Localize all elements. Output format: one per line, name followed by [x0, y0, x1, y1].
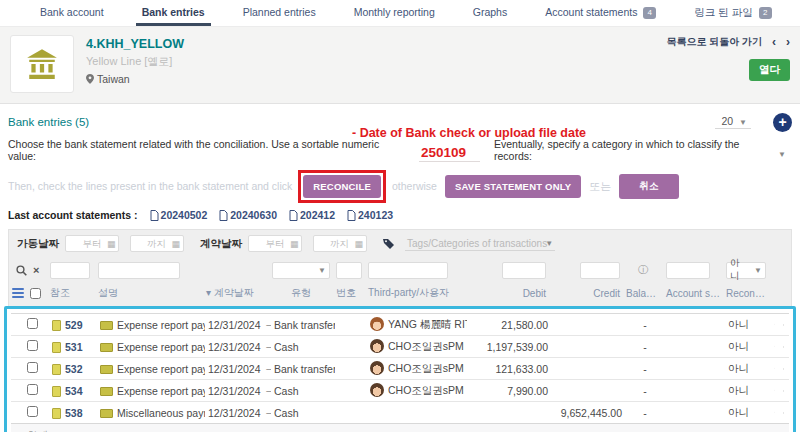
col-header-type[interactable]: 유형 [269, 282, 333, 306]
page-size-select[interactable]: 20▼ [715, 115, 751, 129]
row-checkbox[interactable] [27, 318, 38, 329]
linked-files-count-badge: 2 [759, 7, 772, 19]
col-header-description[interactable]: 설명 [95, 282, 203, 306]
row-checkbox[interactable] [27, 384, 38, 395]
statement-link[interactable]: 202412 [289, 209, 335, 221]
statement-link[interactable]: 20240630 [219, 209, 277, 221]
entry-credit: 9,652,445.00 [551, 402, 625, 424]
select-all-checkbox[interactable] [30, 288, 41, 299]
entry-ref-link[interactable]: 538 [65, 407, 83, 419]
date2-from-input[interactable] [248, 235, 302, 252]
edit-icon[interactable] [774, 363, 775, 374]
row-checkbox[interactable] [27, 340, 38, 351]
tab-monthly-reporting[interactable]: Monthly reporting [348, 0, 441, 26]
date-stepper[interactable]: − + [266, 319, 271, 331]
entry-ref-link[interactable]: 531 [65, 341, 83, 353]
list-view-icon[interactable] [12, 288, 24, 298]
delete-icon[interactable] [783, 385, 784, 397]
number-filter-input[interactable] [336, 262, 362, 279]
row-checkbox[interactable] [27, 362, 38, 373]
reconcile-button[interactable]: RECONCILE [303, 175, 381, 198]
entry-date: 12/31/2024 [208, 385, 261, 397]
entry-date: 12/31/2024 [208, 319, 261, 331]
edit-icon[interactable] [774, 385, 775, 396]
date1-from-input[interactable] [65, 235, 119, 252]
next-record-button[interactable]: › [786, 35, 790, 49]
clear-search-icon[interactable]: × [33, 265, 39, 276]
type-filter-select[interactable]: ▼ [272, 262, 330, 279]
entry-ref-link[interactable]: 529 [65, 319, 83, 331]
col-header-ref[interactable]: 참조 [47, 282, 95, 306]
entry-ref-link[interactable]: 534 [65, 385, 83, 397]
party-name[interactable]: CHO조일권sPM II... [388, 340, 467, 352]
statement-value-input[interactable]: 250109 [419, 145, 480, 162]
back-to-list-link[interactable]: 목록으로 되돌아 가기 [666, 35, 762, 49]
search-icon[interactable] [16, 265, 27, 276]
party-filter-input[interactable] [368, 262, 448, 279]
date-stepper[interactable]: − + [266, 385, 271, 397]
entry-ref-link[interactable]: 532 [65, 363, 83, 375]
col-header-number[interactable]: 번호 [333, 282, 365, 306]
date-stepper[interactable]: − + [266, 341, 271, 353]
tags-filter-select[interactable]: Tags/Categories of transactions ▼ [405, 237, 555, 251]
account-state-filter-input[interactable] [666, 262, 710, 279]
tab-account-statements[interactable]: Account statements 4 [539, 0, 662, 26]
statement-label: Choose the bank statement related with t… [8, 138, 407, 162]
date-stepper[interactable]: − + [266, 407, 271, 419]
edit-icon[interactable] [774, 407, 775, 418]
reconciled-filter-select[interactable]: 아니▼ [726, 262, 766, 279]
delete-icon[interactable] [783, 407, 784, 419]
statement-link[interactable]: 240123 [347, 209, 393, 221]
ref-filter-input[interactable] [50, 262, 90, 279]
col-header-balance[interactable]: Balance [623, 282, 663, 306]
journal-entry-icon [52, 364, 61, 375]
col-header-reconciled[interactable]: Reconciled [723, 282, 769, 306]
cancel-button[interactable]: 취소 [619, 174, 678, 199]
save-statement-only-button[interactable]: SAVE STATEMENT ONLY [445, 175, 581, 198]
caret-down-icon: ▼ [778, 150, 786, 159]
entry-type: Bank transfer [271, 314, 335, 336]
document-icon [150, 210, 159, 221]
table-row: 531Expense report payment12/31/2024− +Ca… [11, 336, 789, 358]
section-title: Bank entries (5) [8, 116, 89, 128]
party-name[interactable]: YANG 楊麗晴 RITA [388, 318, 467, 330]
col-header-party[interactable]: Third-party/사용자 [365, 282, 465, 306]
entry-type: Cash [271, 336, 335, 358]
delete-icon[interactable] [783, 341, 784, 353]
add-entry-button[interactable]: + [773, 113, 792, 132]
description-filter-input[interactable] [98, 262, 180, 279]
tab-bank-entries[interactable]: Bank entries [136, 0, 211, 26]
entry-type: Bank transfer [271, 358, 335, 380]
tab-graphs[interactable]: Graphs [467, 0, 513, 26]
tab-planned-entries[interactable]: Planned entries [237, 0, 322, 26]
row-checkbox[interactable] [27, 406, 38, 417]
tab-bank-account[interactable]: Bank account [34, 0, 110, 26]
entry-balance: - [625, 402, 665, 424]
date1-to-input[interactable] [130, 235, 184, 252]
statement-link[interactable]: 20240502 [150, 209, 208, 221]
col-header-date[interactable]: ▾ 계약날짜 [203, 282, 269, 306]
entry-debit: 21,580.00 [467, 314, 551, 336]
party-name[interactable]: CHO조일권sPM II... [388, 384, 467, 396]
edit-icon[interactable] [774, 319, 775, 330]
table-body: 529Expense report payment12/31/2024− +Ba… [11, 314, 789, 424]
prev-record-button[interactable]: ‹ [772, 35, 776, 49]
col-header-account-state[interactable]: Account state... [663, 282, 723, 306]
delete-icon[interactable] [783, 363, 784, 375]
edit-icon[interactable] [774, 341, 775, 352]
col-header-debit[interactable]: Debit [465, 282, 549, 306]
entry-debit: 1,197,539.00 [467, 336, 551, 358]
payment-type-icon [100, 365, 113, 374]
document-icon [347, 210, 356, 221]
date-stepper[interactable]: − + [266, 363, 271, 375]
delete-icon[interactable] [783, 319, 784, 331]
date2-to-input[interactable] [313, 235, 367, 252]
party-name[interactable]: CHO조일권sPM II... [388, 362, 467, 374]
debit-filter-input[interactable] [502, 262, 546, 279]
open-button[interactable]: 열다 [749, 59, 790, 81]
entry-description: Miscellaneous payment [117, 407, 205, 419]
entry-type: Cash [271, 402, 335, 424]
col-header-credit[interactable]: Credit [549, 282, 623, 306]
credit-filter-input[interactable] [580, 262, 620, 279]
tab-linked-files[interactable]: 링크 된 파일 2 [688, 0, 777, 26]
